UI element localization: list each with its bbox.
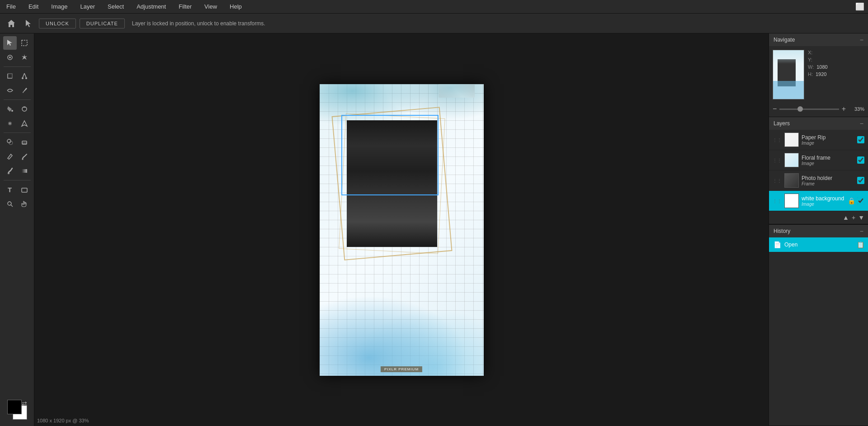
layer-actions-paper-rip xyxy=(857,136,864,143)
layer-info-white-bg: white background Image xyxy=(802,195,845,207)
hand-tool[interactable] xyxy=(18,197,31,211)
menu-image[interactable]: Image xyxy=(48,2,70,11)
menu-help[interactable]: Help xyxy=(227,2,245,11)
text-tool[interactable]: T xyxy=(3,183,17,196)
layer-visibility-floral[interactable] xyxy=(857,156,864,164)
lasso-tool[interactable] xyxy=(3,51,17,64)
eraser-tool[interactable] xyxy=(18,135,31,149)
menu-select[interactable]: Select xyxy=(105,2,127,11)
cut-tool[interactable] xyxy=(18,69,31,83)
canvas-wrapper: PIXLR PREMIUM xyxy=(320,84,484,376)
healing-tool[interactable] xyxy=(3,84,17,97)
layer-add-button[interactable]: + xyxy=(852,214,855,221)
clone-tool[interactable] xyxy=(3,135,17,149)
layer-type-photo-holder: Frame xyxy=(802,181,854,186)
layer-item-floral-frame[interactable]: ⋮⋮ Floral frame Image xyxy=(769,150,868,170)
layer-visibility-photo-holder[interactable] xyxy=(857,177,864,184)
svg-point-6 xyxy=(25,77,27,79)
layer-name-floral: Floral frame xyxy=(802,155,854,161)
layers-title: Layers xyxy=(774,120,790,127)
blur-tool[interactable] xyxy=(3,117,17,130)
svg-rect-15 xyxy=(22,142,27,144)
menu-file[interactable]: File xyxy=(4,2,19,11)
menu-edit[interactable]: Edit xyxy=(26,2,41,11)
svg-line-4 xyxy=(24,73,26,78)
zoom-tool[interactable] xyxy=(3,197,17,211)
paint-bucket-tool[interactable] xyxy=(3,102,17,116)
layer-type-white-bg: Image xyxy=(802,202,845,207)
layer-drag-icon-photo: ⋮⋮ xyxy=(773,178,782,183)
paint-tool[interactable] xyxy=(3,164,17,178)
swap-colors-icon[interactable]: ⇄ xyxy=(22,400,27,407)
magic-wand-tool[interactable] xyxy=(18,51,31,64)
color-swatch-container[interactable]: ⇄ xyxy=(7,400,27,420)
canvas-watermark: PIXLR PREMIUM xyxy=(381,366,422,372)
eyedropper-tool[interactable] xyxy=(18,84,31,97)
layer-move-down-button[interactable]: ▼ xyxy=(858,214,864,221)
menu-bar: File Edit Image Layer Select Adjustment … xyxy=(0,0,868,14)
select-tool[interactable] xyxy=(3,36,17,50)
layer-item-photo-holder[interactable]: ⋮⋮ Photo holder Frame xyxy=(769,170,868,191)
menu-layer[interactable]: Layer xyxy=(78,2,98,11)
unlock-button[interactable]: UNLOCK xyxy=(39,19,76,28)
layer-drag-icon: ⋮⋮ xyxy=(773,137,782,142)
menu-adjustment[interactable]: Adjustment xyxy=(134,2,169,11)
navigate-header[interactable]: Navigate − xyxy=(769,33,868,46)
svg-line-3 xyxy=(23,73,24,78)
right-panel: Navigate − X: Y: xyxy=(769,33,868,426)
layer-visibility-paper-rip[interactable] xyxy=(857,136,864,143)
layer-thumbnail-floral xyxy=(784,153,799,167)
layers-collapse-button[interactable]: − xyxy=(860,120,863,127)
history-collapse-button[interactable]: − xyxy=(860,227,863,235)
canvas-selection xyxy=(341,115,439,195)
layer-type-floral: Image xyxy=(802,161,854,166)
w-value: 1080 xyxy=(816,64,827,70)
canvas[interactable]: PIXLR PREMIUM xyxy=(320,84,484,376)
menu-filter[interactable]: Filter xyxy=(176,2,194,11)
svg-point-17 xyxy=(7,172,9,175)
navigate-thumbnail[interactable] xyxy=(773,50,804,99)
sharpen-tool[interactable] xyxy=(18,117,31,130)
layer-name-white-bg: white background xyxy=(802,195,845,202)
marquee-tool[interactable] xyxy=(18,36,31,50)
svg-point-16 xyxy=(22,158,24,160)
home-button[interactable] xyxy=(5,17,18,30)
brush-tool[interactable] xyxy=(18,150,31,163)
history-item-open[interactable]: 📄 Open 📋 xyxy=(769,237,868,252)
layer-visibility-white-bg[interactable] xyxy=(857,197,864,204)
cursor-button[interactable] xyxy=(22,17,35,30)
foreground-color-swatch[interactable] xyxy=(7,400,22,414)
layer-actions-floral xyxy=(857,156,864,164)
shape-tool[interactable] xyxy=(18,183,31,196)
layer-item-paper-rip[interactable]: ⋮⋮ Paper Rip Image xyxy=(769,130,868,150)
crop-tool[interactable] xyxy=(3,69,17,83)
window-expand-icon[interactable]: ⬜ xyxy=(855,3,864,10)
svg-point-5 xyxy=(22,77,24,79)
svg-point-7 xyxy=(11,110,13,112)
layer-drag-icon-white: ⋮⋮ xyxy=(773,199,782,204)
zoom-in-button[interactable]: + xyxy=(842,105,846,113)
status-dimensions: 1080 x 1920 px @ 33% xyxy=(37,418,89,423)
zoom-slider[interactable] xyxy=(779,109,839,110)
layer-info-paper-rip: Paper Rip Image xyxy=(802,134,854,146)
w-label: W: xyxy=(808,64,814,70)
layer-thumbnail-photo-holder xyxy=(784,173,799,188)
toolbar: UNLOCK DUPLICATE Layer is locked in posi… xyxy=(0,14,868,33)
menu-view[interactable]: View xyxy=(202,2,220,11)
svg-rect-18 xyxy=(22,169,27,173)
layer-name-paper-rip: Paper Rip xyxy=(802,134,854,141)
gradient-tool[interactable] xyxy=(18,164,31,178)
history-header[interactable]: History − xyxy=(769,225,868,237)
pencil-tool[interactable] xyxy=(3,150,17,163)
dodge-burn-tool[interactable] xyxy=(18,102,31,116)
lock-icon[interactable]: 🔒 xyxy=(848,197,855,204)
layer-move-up-button[interactable]: ▲ xyxy=(843,214,849,221)
layers-header[interactable]: Layers − xyxy=(769,117,868,130)
svg-line-21 xyxy=(11,205,13,207)
zoom-out-button[interactable]: − xyxy=(773,105,777,113)
duplicate-button[interactable]: DUPLICATE xyxy=(80,19,125,28)
layer-item-white-background[interactable]: ⋮⋮ white background Image 🔒 xyxy=(769,191,868,211)
canvas-area[interactable]: PIXLR PREMIUM 1080 x 1920 px @ 33% xyxy=(34,33,769,426)
y-label: Y: xyxy=(808,57,812,62)
navigate-collapse-button[interactable]: − xyxy=(860,36,863,43)
